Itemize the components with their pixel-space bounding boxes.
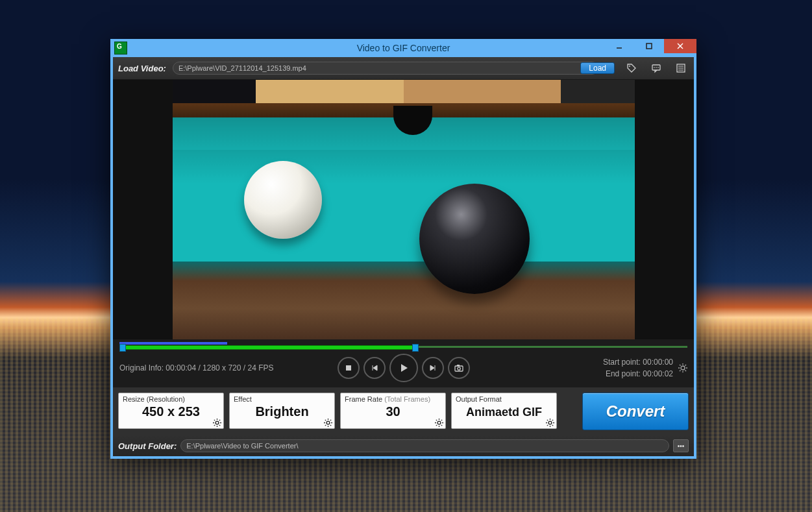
- timeline-playhead: [119, 342, 227, 345]
- video-preview-area: [113, 80, 694, 339]
- load-video-label: Load Video:: [118, 64, 169, 73]
- svg-line-43: [325, 425, 326, 426]
- svg-point-35: [326, 421, 330, 424]
- framerate-label-sub: (Total Frames): [384, 395, 430, 403]
- svg-line-51: [441, 420, 442, 421]
- preview-backwall: [173, 80, 635, 103]
- controls-row: Original Info: 00:00:04 / 1280 x 720 / 2…: [113, 352, 694, 387]
- svg-line-22: [680, 365, 681, 366]
- prev-frame-button[interactable]: [363, 357, 386, 379]
- start-point-value: 00:00:00: [643, 358, 673, 367]
- start-point-label: Start point:: [603, 358, 641, 367]
- video-path-input[interactable]: E:\Pplware\VID_27112014_125139.mp4: [173, 62, 598, 75]
- svg-line-41: [330, 425, 331, 426]
- close-button[interactable]: [664, 39, 696, 53]
- original-info-text: Original Info: 00:00:04 / 1280 x 720 / 2…: [119, 363, 274, 372]
- svg-line-24: [685, 365, 687, 366]
- trim-points: Start point: 00:00:00 End point: 00:00:0…: [603, 356, 687, 380]
- next-frame-button[interactable]: [422, 357, 444, 379]
- load-video-bar: Load Video: E:\Pplware\VID_27112014_1251…: [113, 57, 694, 80]
- svg-line-33: [219, 420, 220, 421]
- svg-point-44: [437, 421, 441, 424]
- effect-label: Effect: [234, 395, 330, 403]
- snapshot-button[interactable]: [448, 357, 470, 379]
- end-point-row: End point: 00:00:02: [603, 368, 673, 380]
- svg-line-23: [685, 371, 687, 372]
- svg-line-25: [680, 371, 681, 372]
- svg-line-60: [552, 420, 553, 421]
- gear-icon: [213, 419, 221, 427]
- app-window: Video to GIF Converter Load Video: E:\Pp…: [110, 39, 696, 459]
- comment-icon[interactable]: [648, 61, 664, 75]
- desktop-background: Video to GIF Converter Load Video: E:\Pp…: [0, 0, 812, 512]
- list-icon[interactable]: [673, 61, 689, 75]
- play-button[interactable]: [389, 354, 418, 382]
- minimize-button[interactable]: [604, 39, 634, 53]
- svg-line-49: [436, 420, 437, 421]
- video-preview[interactable]: [173, 80, 635, 339]
- output-format-label: Output Format: [456, 395, 552, 403]
- svg-point-26: [215, 421, 219, 424]
- framerate-card[interactable]: Frame Rate (Total Frames) 30: [340, 393, 446, 429]
- playback-controls: [338, 354, 470, 382]
- svg-line-61: [547, 425, 548, 426]
- effect-value: Brighten: [234, 404, 330, 419]
- svg-point-17: [681, 366, 685, 370]
- svg-line-50: [441, 425, 442, 426]
- start-point-row: Start point: 00:00:00: [603, 356, 673, 368]
- end-point-value: 00:00:02: [643, 369, 673, 378]
- output-folder-label: Output Folder:: [118, 441, 177, 451]
- preview-pocket: [393, 106, 432, 135]
- timeline[interactable]: [119, 342, 687, 351]
- svg-point-53: [548, 421, 552, 424]
- preview-eight-ball: [419, 184, 530, 294]
- timeline-start-handle[interactable]: [119, 344, 126, 352]
- output-format-card[interactable]: Output Format Animaetd GIF: [451, 393, 557, 429]
- settings-row: Resize (Resolution) 450 x 253 Effect Bri…: [113, 387, 694, 435]
- load-button[interactable]: Load: [580, 62, 615, 74]
- output-folder-bar: Output Folder: E:\Pplware\Video to GIF C…: [113, 435, 694, 456]
- svg-rect-13: [346, 365, 351, 371]
- svg-line-34: [214, 425, 215, 426]
- convert-button[interactable]: Convert: [582, 393, 689, 430]
- svg-line-42: [330, 420, 331, 421]
- resize-label: Resize (Resolution): [123, 395, 219, 403]
- video-path-text: E:\Pplware\VID_27112014_125139.mp4: [178, 64, 306, 72]
- preview-floor: [173, 262, 635, 339]
- titlebar[interactable]: Video to GIF Converter: [110, 39, 696, 57]
- window-controls: [604, 39, 696, 53]
- resize-card[interactable]: Resize (Resolution) 450 x 253: [118, 393, 224, 429]
- maximize-button[interactable]: [634, 39, 664, 53]
- svg-point-4: [629, 66, 630, 67]
- stop-button[interactable]: [338, 357, 360, 379]
- svg-line-31: [214, 420, 215, 421]
- trim-settings-icon[interactable]: [678, 363, 687, 372]
- browse-button[interactable]: •••: [673, 439, 689, 452]
- svg-point-6: [654, 67, 655, 68]
- svg-line-52: [436, 425, 437, 426]
- client-area: Load Video: E:\Pplware\VID_27112014_1251…: [113, 57, 694, 456]
- svg-line-40: [325, 420, 326, 421]
- preview-cue-ball: [244, 161, 322, 239]
- gear-icon: [324, 419, 332, 427]
- svg-point-15: [457, 367, 460, 370]
- timeline-area: [113, 339, 694, 352]
- svg-point-7: [656, 67, 657, 68]
- timeline-end-handle[interactable]: [412, 344, 419, 352]
- output-folder-text: E:\Pplware\Video to GIF Converter\: [186, 442, 298, 450]
- svg-line-59: [552, 425, 553, 426]
- framerate-value: 30: [345, 404, 441, 419]
- gear-icon: [435, 419, 443, 427]
- framerate-label-main: Frame Rate: [345, 395, 382, 403]
- framerate-label: Frame Rate (Total Frames): [345, 395, 441, 403]
- effect-card[interactable]: Effect Brighten: [229, 393, 335, 429]
- svg-line-58: [547, 420, 548, 421]
- tag-icon[interactable]: [624, 61, 639, 75]
- svg-point-8: [658, 67, 659, 68]
- svg-line-32: [219, 425, 220, 426]
- end-point-label: End point:: [606, 369, 641, 378]
- timeline-selection: [119, 345, 416, 350]
- gear-icon: [546, 419, 554, 427]
- output-format-value: Animaetd GIF: [456, 406, 552, 419]
- output-folder-input[interactable]: E:\Pplware\Video to GIF Converter\: [180, 439, 669, 452]
